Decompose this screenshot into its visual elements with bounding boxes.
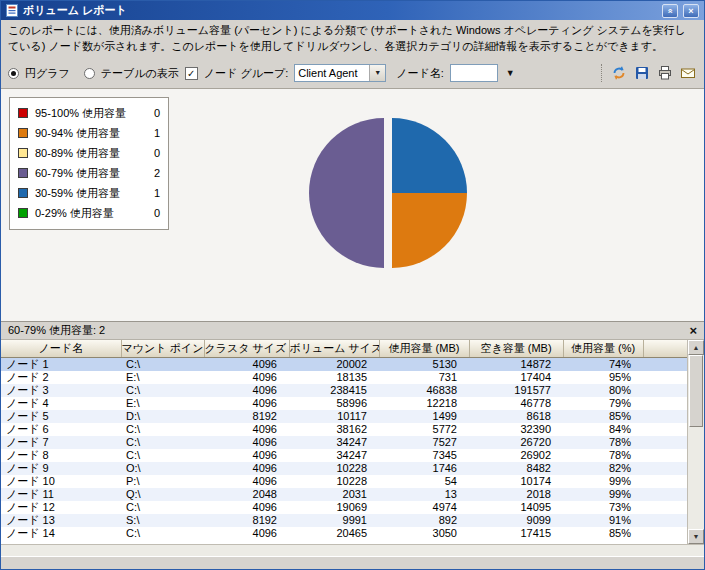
refresh-icon <box>611 65 627 81</box>
report-description: このレポートには、使用済みボリューム容量 (パーセント) による分類で (サポー… <box>1 20 704 59</box>
legend-count: 0 <box>146 207 160 219</box>
pie-slice-90-94[interactable] <box>392 193 467 268</box>
save-button[interactable] <box>633 64 651 82</box>
toolbar-icons <box>598 64 697 82</box>
legend-label: 90-94% 使用容量 <box>35 126 139 141</box>
column-header[interactable]: ノード名 <box>1 340 121 358</box>
mount-point-cell: C:\ <box>121 501 204 514</box>
horizontal-scrollbar[interactable] <box>1 544 704 556</box>
column-header[interactable]: 使用容量 (%) <box>563 340 643 358</box>
free-mb-cell: 14095 <box>469 501 563 514</box>
table-row[interactable]: ノード 3C:\40962384154683819157780% <box>1 384 689 397</box>
cluster-size-cell: 4096 <box>204 371 289 384</box>
column-header[interactable]: 空き容量 (MB) <box>469 340 563 358</box>
used-mb-cell: 1499 <box>379 410 469 423</box>
node-name-cell: ノード 14 <box>1 527 121 540</box>
node-group-checkbox[interactable]: ✓ <box>185 67 198 80</box>
node-name-dropdown-icon[interactable]: ▼ <box>504 68 517 78</box>
table-row[interactable]: ノード 1C:\40962000251301487274% <box>1 358 689 372</box>
legend-item[interactable]: 30-59% 使用容量1 <box>18 186 160 201</box>
column-header[interactable]: 使用容量 (MB) <box>379 340 469 358</box>
legend-item[interactable]: 90-94% 使用容量1 <box>18 126 160 141</box>
legend-count: 1 <box>146 187 160 199</box>
legend-count: 0 <box>146 107 160 119</box>
filler-cell <box>643 371 689 384</box>
scroll-down-icon[interactable]: ▼ <box>688 529 704 544</box>
refresh-button[interactable] <box>610 64 628 82</box>
table-row[interactable]: ノード 12C:\40961906949741409573% <box>1 501 689 514</box>
legend-label: 80-89% 使用容量 <box>35 146 139 161</box>
chart-area: 95-100% 使用容量090-94% 使用容量180-89% 使用容量060-… <box>1 89 704 321</box>
table-row[interactable]: ノード 2E:\4096181357311740495% <box>1 371 689 384</box>
table-row[interactable]: ノード 14C:\40962046530501741585% <box>1 527 689 540</box>
volume-report-window: ボリューム レポート » × このレポートには、使用済みボリューム容量 (パーセ… <box>0 0 705 570</box>
used-pct-cell: 84% <box>563 423 643 436</box>
legend-item[interactable]: 0-29% 使用容量0 <box>18 206 160 221</box>
column-header[interactable]: ボリューム サイズ (M <box>289 340 379 358</box>
cluster-size-cell: 4096 <box>204 436 289 449</box>
used-mb-cell: 1746 <box>379 462 469 475</box>
node-name-input[interactable] <box>450 64 498 82</box>
window-title: ボリューム レポート <box>23 3 127 18</box>
filler-cell <box>643 462 689 475</box>
table-row[interactable]: ノード 7C:\40963424775272672078% <box>1 436 689 449</box>
table-row[interactable]: ノード 6C:\40963816257723239084% <box>1 423 689 436</box>
legend-item[interactable]: 80-89% 使用容量0 <box>18 146 160 161</box>
volume-size-cell: 20002 <box>289 358 379 372</box>
used-pct-cell: 91% <box>563 514 643 527</box>
used-pct-cell: 74% <box>563 358 643 372</box>
column-header[interactable]: クラスタ サイズ (バイ <box>204 340 289 358</box>
mount-point-cell: E:\ <box>121 371 204 384</box>
node-group-select-value: Client Agent <box>295 67 369 79</box>
volume-size-cell: 34247 <box>289 449 379 462</box>
free-mb-cell: 32390 <box>469 423 563 436</box>
mount-point-cell: C:\ <box>121 436 204 449</box>
scroll-up-icon[interactable]: ▲ <box>688 340 704 355</box>
detail-close-button[interactable]: × <box>689 324 697 337</box>
print-button[interactable] <box>656 64 674 82</box>
collapse-button[interactable]: » <box>662 4 678 18</box>
close-button[interactable]: × <box>683 4 699 18</box>
table-row[interactable]: ノード 13S:\81929991892909991% <box>1 514 689 527</box>
node-name-cell: ノード 7 <box>1 436 121 449</box>
free-mb-cell: 8482 <box>469 462 563 475</box>
cluster-size-cell: 4096 <box>204 397 289 410</box>
mount-point-cell: C:\ <box>121 527 204 540</box>
vertical-scrollbar[interactable]: ▲ ▼ <box>687 340 704 544</box>
scrollbar-track[interactable] <box>688 427 704 529</box>
legend-count: 0 <box>146 147 160 159</box>
used-mb-cell: 4974 <box>379 501 469 514</box>
node-name-cell: ノード 11 <box>1 488 121 501</box>
table-row[interactable]: ノード 8C:\40963424773452690278% <box>1 449 689 462</box>
node-name-cell: ノード 13 <box>1 514 121 527</box>
legend-item[interactable]: 95-100% 使用容量0 <box>18 106 160 121</box>
table-row[interactable]: ノード 4E:\409658996122184677879% <box>1 397 689 410</box>
pie-slice-60-79[interactable] <box>309 118 384 268</box>
pie-chart-radio[interactable] <box>8 68 19 79</box>
scrollbar-thumb[interactable] <box>689 355 703 427</box>
filler-cell <box>643 358 689 372</box>
table-row[interactable]: ノード 11Q:\2048203113201899% <box>1 488 689 501</box>
email-button[interactable] <box>679 64 697 82</box>
table-view-radio[interactable] <box>84 68 95 79</box>
legend-label: 0-29% 使用容量 <box>35 206 139 221</box>
legend: 95-100% 使用容量090-94% 使用容量180-89% 使用容量060-… <box>9 97 169 230</box>
node-name-cell: ノード 9 <box>1 462 121 475</box>
mount-point-cell: O:\ <box>121 462 204 475</box>
column-header[interactable]: マウント ポイン <box>121 340 204 358</box>
cluster-size-cell: 4096 <box>204 462 289 475</box>
table-row[interactable]: ノード 5D:\8192101171499861885% <box>1 410 689 423</box>
legend-item[interactable]: 60-79% 使用容量2 <box>18 166 160 181</box>
cluster-size-cell: 4096 <box>204 449 289 462</box>
pie-slice-30-59[interactable] <box>392 118 467 193</box>
volume-size-cell: 10228 <box>289 475 379 488</box>
table-row[interactable]: ノード 10P:\409610228541017499% <box>1 475 689 488</box>
chevron-down-icon: ▼ <box>369 65 385 81</box>
volume-size-cell: 18135 <box>289 371 379 384</box>
mount-point-cell: S:\ <box>121 514 204 527</box>
node-name-label: ノード名: <box>396 66 444 81</box>
used-mb-cell: 5130 <box>379 358 469 372</box>
node-name-cell: ノード 2 <box>1 371 121 384</box>
node-group-select[interactable]: Client Agent ▼ <box>294 64 386 82</box>
table-row[interactable]: ノード 9O:\4096102281746848282% <box>1 462 689 475</box>
